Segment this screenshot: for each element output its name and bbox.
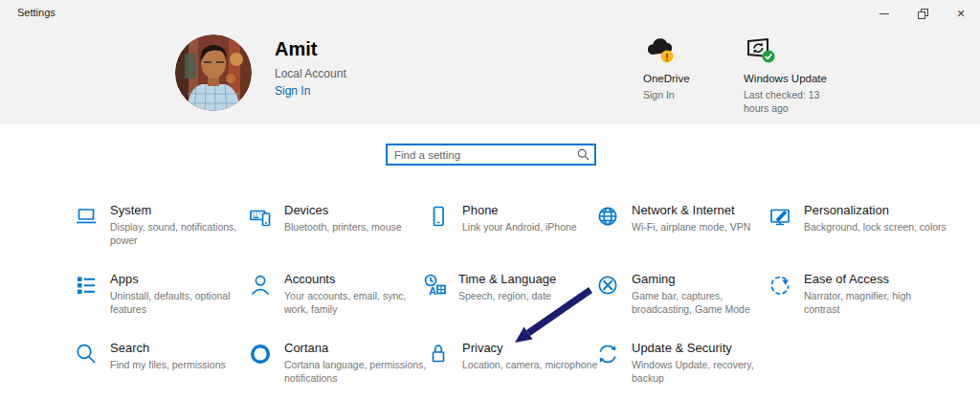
- tile-personalization[interactable]: Personalization Background, lock screen,…: [766, 203, 940, 234]
- tile-subtitle: Speech, region, date: [458, 290, 602, 303]
- tile-devices[interactable]: Devices Bluetooth, printers, mouse: [246, 203, 420, 234]
- tile-time-language[interactable]: A Time & Language Speech, region, date: [420, 272, 594, 303]
- window-title: Settings: [17, 7, 56, 18]
- tile-subtitle: Uninstall, defaults, optional features: [110, 290, 254, 316]
- person-icon: [246, 273, 275, 298]
- onedrive-cloud-icon: !: [643, 36, 690, 65]
- svg-text:!: !: [665, 53, 668, 63]
- svg-text:A: A: [429, 285, 436, 297]
- restore-button[interactable]: [903, 0, 942, 27]
- cortana-ring-icon: [246, 342, 275, 367]
- tile-title: Gaming: [632, 272, 775, 287]
- tile-search[interactable]: Search Find my files, permissions: [72, 341, 246, 372]
- tile-phone[interactable]: Phone Link your Android, iPhone: [424, 203, 598, 234]
- tile-title: Network & Internet: [632, 203, 775, 218]
- settings-window: Settings ✕: [0, 0, 980, 400]
- windows-update-section[interactable]: Windows Update Last checked: 13 hours ag…: [744, 36, 828, 115]
- tile-subtitle: Bluetooth, printers, mouse: [284, 221, 428, 234]
- tile-title: Time & Language: [458, 272, 602, 287]
- tile-title: Update & Security: [632, 341, 775, 356]
- tile-subtitle: Cortana language, permissions, notificat…: [284, 359, 447, 385]
- tile-title: Devices: [284, 203, 428, 218]
- tile-subtitle: Your accounts, email, sync, work, family: [284, 290, 428, 316]
- restore-icon: [918, 9, 928, 19]
- tile-title: Accounts: [284, 272, 428, 287]
- lock-icon: [424, 342, 453, 367]
- minimize-button[interactable]: [865, 0, 903, 27]
- header-section: Settings ✕: [0, 0, 980, 124]
- avatar: [175, 34, 252, 111]
- onedrive-label: OneDrive: [643, 73, 690, 84]
- search-input[interactable]: [386, 144, 596, 166]
- tile-subtitle: Narrator, magnifier, high contrast: [804, 290, 947, 316]
- tile-title: Privacy: [462, 341, 606, 356]
- refresh-arrows-icon: [593, 342, 622, 367]
- tile-subtitle: Windows Update, recovery, backup: [632, 359, 775, 385]
- account-type-label: Local Account: [275, 67, 346, 80]
- user-profile[interactable]: Amit Local Account Sign In: [175, 34, 346, 111]
- windows-update-status: Last checked: 13 hours ago: [744, 88, 828, 115]
- tile-title: Cortana: [284, 341, 447, 356]
- tile-privacy[interactable]: Privacy Location, camera, microphone: [424, 341, 598, 372]
- close-button[interactable]: ✕: [942, 0, 980, 27]
- tile-subtitle: Display, sound, notifications, power: [110, 221, 254, 247]
- window-controls: ✕: [865, 0, 980, 27]
- laptop-icon: [72, 204, 100, 229]
- tile-title: Ease of Access: [804, 272, 947, 287]
- tile-system[interactable]: System Display, sound, notifications, po…: [72, 203, 246, 247]
- clock-language-icon: A: [420, 273, 449, 298]
- tile-subtitle: Location, camera, microphone: [462, 359, 606, 372]
- onedrive-section[interactable]: ! OneDrive Sign In: [643, 36, 690, 101]
- minimize-icon: [880, 13, 889, 14]
- monitor-brush-icon: [766, 204, 794, 229]
- tile-title: Search: [110, 341, 254, 356]
- tile-title: Phone: [462, 203, 606, 218]
- tile-title: Personalization: [804, 203, 967, 218]
- tile-ease-of-access[interactable]: Ease of Access Narrator, magnifier, high…: [766, 272, 940, 316]
- tile-network-internet[interactable]: Network & Internet Wi-Fi, airplane mode,…: [593, 203, 768, 234]
- magnifier-icon: [72, 342, 100, 367]
- tile-title: System: [110, 203, 254, 218]
- app-list-icon: [72, 273, 100, 298]
- tile-gaming[interactable]: Gaming Game bar, captures, broadcasting,…: [593, 272, 768, 316]
- user-name: Amit: [275, 37, 346, 60]
- windows-update-label: Windows Update: [744, 73, 828, 84]
- globe-icon: [593, 204, 622, 229]
- sign-in-link[interactable]: Sign In: [275, 84, 346, 98]
- xbox-icon: [593, 273, 622, 298]
- ease-of-access-icon: [766, 273, 794, 298]
- tile-update-security[interactable]: Update & Security Windows Update, recove…: [593, 341, 768, 385]
- search-box: [386, 144, 596, 166]
- onedrive-status: Sign In: [643, 88, 690, 101]
- tile-subtitle: Background, lock screen, colors: [804, 221, 967, 234]
- windows-update-icon: [744, 36, 828, 65]
- tile-subtitle: Game bar, captures, broadcasting, Game M…: [632, 290, 775, 316]
- tile-accounts[interactable]: Accounts Your accounts, email, sync, wor…: [246, 272, 420, 316]
- tile-title: Apps: [110, 272, 254, 287]
- smartphone-icon: [424, 204, 453, 229]
- tile-cortana[interactable]: Cortana Cortana language, permissions, n…: [246, 341, 420, 385]
- tile-apps[interactable]: Apps Uninstall, defaults, optional featu…: [72, 272, 246, 316]
- tile-subtitle: Wi-Fi, airplane mode, VPN: [632, 221, 775, 234]
- tile-subtitle: Find my files, permissions: [110, 359, 254, 372]
- tile-subtitle: Link your Android, iPhone: [462, 221, 606, 234]
- keyboard-phone-icon: [246, 204, 275, 229]
